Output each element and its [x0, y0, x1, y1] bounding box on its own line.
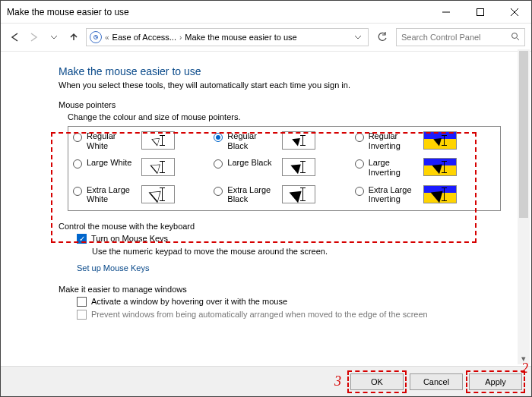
page-subheading: When you select these tools, they will a…	[59, 80, 501, 90]
cursor-ibeam-icon	[162, 187, 163, 201]
svg-line-6	[96, 37, 97, 38]
up-button[interactable]	[66, 30, 81, 45]
mousekeys-checkbox[interactable]: ✓	[77, 234, 87, 244]
breadcrumb-seg-1[interactable]: Ease of Access...	[112, 33, 176, 42]
pointer-preview-regular-black	[282, 131, 315, 150]
pointer-option-regular-inverting[interactable]: Regular Inverting	[355, 131, 496, 150]
pointer-option-regular-black[interactable]: Regular Black	[214, 131, 354, 150]
cursor-ibeam-icon	[444, 187, 445, 201]
pointer-option-xl-black[interactable]: Extra Large Black	[214, 185, 354, 204]
pointer-option-regular-white[interactable]: Regular White	[73, 131, 214, 150]
ok-button[interactable]: OK	[350, 373, 404, 390]
pointer-option-label: Extra Large White	[87, 185, 137, 204]
pointer-option-xl-inverting[interactable]: Extra Large Inverting	[355, 185, 496, 204]
pointer-option-label: Large Black	[227, 158, 277, 168]
pointer-option-label: Extra Large Inverting	[369, 185, 419, 204]
breadcrumb-overflow-icon[interactable]: «	[105, 33, 109, 42]
window-title: Make the mouse easier to use	[7, 7, 129, 17]
svg-line-8	[517, 38, 519, 40]
back-button[interactable]	[7, 30, 22, 45]
minimize-button[interactable]	[429, 1, 463, 24]
pointer-preview-large-inverting	[423, 158, 457, 176]
pointer-preview-large-white	[141, 158, 175, 176]
search-placeholder: Search Control Panel	[401, 33, 481, 42]
pointer-option-large-inverting[interactable]: Large Inverting	[355, 158, 496, 177]
pointer-preview-xl-black	[282, 185, 315, 203]
section-keyboard-mouse: Control the mouse with the keyboard	[59, 222, 501, 231]
pointer-options-panel: Regular WhiteRegular BlackRegular Invert…	[68, 126, 501, 211]
mousekeys-row[interactable]: ✓ Turn on Mouse Keys	[77, 234, 501, 244]
cursor-ibeam-icon	[302, 187, 303, 201]
page-heading: Make the mouse easier to use	[59, 65, 501, 77]
radio-xl-black[interactable]	[214, 187, 223, 196]
scroll-thumb[interactable]	[519, 51, 528, 218]
pointer-option-label: Regular Inverting	[369, 131, 419, 150]
cursor-ibeam-icon	[302, 135, 303, 146]
cursor-ibeam-icon	[302, 161, 303, 173]
hover-activate-row[interactable]: Activate a window by hovering over it wi…	[77, 297, 501, 307]
window-controls	[429, 1, 531, 24]
annotation-2: 2	[521, 361, 528, 377]
recent-locations-button[interactable]	[46, 30, 62, 45]
content-area: Make the mouse easier to use When you se…	[1, 52, 531, 320]
breadcrumb-seg-2[interactable]: Make the mouse easier to use	[185, 33, 296, 42]
radio-large-inverting[interactable]	[355, 159, 364, 169]
cursor-ibeam-icon	[162, 135, 163, 146]
pointer-option-label: Large White	[87, 158, 137, 168]
pointer-option-label: Extra Large Black	[227, 185, 277, 204]
annotation-3: 3	[334, 373, 341, 389]
prevent-arrange-row[interactable]: Prevent windows from being automatically…	[77, 310, 501, 320]
control-panel-icon	[90, 31, 102, 43]
radio-large-black[interactable]	[214, 159, 223, 169]
address-history-button[interactable]	[351, 33, 365, 41]
vertical-scrollbar[interactable]: ▴ ▾	[518, 49, 530, 364]
chevron-right-icon: ›	[179, 33, 182, 42]
search-box[interactable]: Search Control Panel	[396, 28, 525, 46]
pointer-preview-large-black	[282, 158, 315, 176]
pointer-preview-xl-white	[141, 185, 175, 203]
svg-rect-1	[477, 8, 483, 15]
radio-large-white[interactable]	[73, 159, 82, 169]
svg-point-7	[512, 33, 518, 39]
section-mouse-pointers: Mouse pointers	[59, 100, 501, 109]
cursor-ibeam-icon	[444, 135, 445, 146]
section-manage-windows: Make it easier to manage windows	[59, 285, 501, 294]
radio-xl-white[interactable]	[73, 187, 82, 196]
mousekeys-label: Turn on Mouse Keys	[91, 234, 168, 243]
pointer-instruction: Change the colour and size of mouse poin…	[68, 112, 501, 121]
pointer-option-large-black[interactable]: Large Black	[214, 158, 354, 177]
hover-activate-label: Activate a window by hovering over it wi…	[91, 297, 287, 306]
cancel-button[interactable]: Cancel	[410, 373, 463, 390]
radio-regular-inverting[interactable]	[355, 133, 364, 142]
radio-regular-black[interactable]	[214, 133, 223, 142]
prevent-arrange-checkbox[interactable]	[77, 310, 87, 320]
cursor-ibeam-icon	[444, 161, 445, 173]
pointer-option-label: Regular White	[87, 131, 137, 150]
forward-button[interactable]	[27, 30, 42, 45]
address-bar[interactable]: « Ease of Access... › Make the mouse eas…	[86, 28, 369, 46]
pointer-preview-regular-inverting	[423, 131, 457, 150]
dialog-button-bar: 3 OK Cancel Apply 2	[1, 366, 531, 396]
cursor-ibeam-icon	[162, 161, 163, 173]
pointer-option-label: Regular Black	[227, 131, 277, 150]
radio-regular-white[interactable]	[73, 133, 82, 142]
search-icon	[511, 32, 520, 43]
prevent-arrange-label: Prevent windows from being automatically…	[91, 310, 428, 319]
navbar: « Ease of Access... › Make the mouse eas…	[1, 24, 531, 52]
setup-mousekeys-link[interactable]: Set up Mouse Keys	[77, 263, 501, 273]
apply-button[interactable]: Apply	[469, 373, 522, 390]
titlebar: Make the mouse easier to use	[1, 1, 531, 24]
maximize-button[interactable]	[463, 1, 497, 24]
refresh-button[interactable]	[373, 28, 391, 46]
close-button[interactable]	[497, 1, 531, 24]
pointer-option-large-white[interactable]: Large White	[73, 158, 214, 177]
mousekeys-help: Use the numeric keypad to move the mouse…	[92, 247, 501, 256]
pointer-option-xl-white[interactable]: Extra Large White	[73, 185, 214, 204]
pointer-preview-regular-white	[141, 131, 175, 150]
radio-xl-inverting[interactable]	[355, 187, 364, 196]
pointer-preview-xl-inverting	[423, 185, 457, 203]
hover-activate-checkbox[interactable]	[77, 297, 87, 307]
pointer-option-label: Large Inverting	[369, 158, 419, 177]
